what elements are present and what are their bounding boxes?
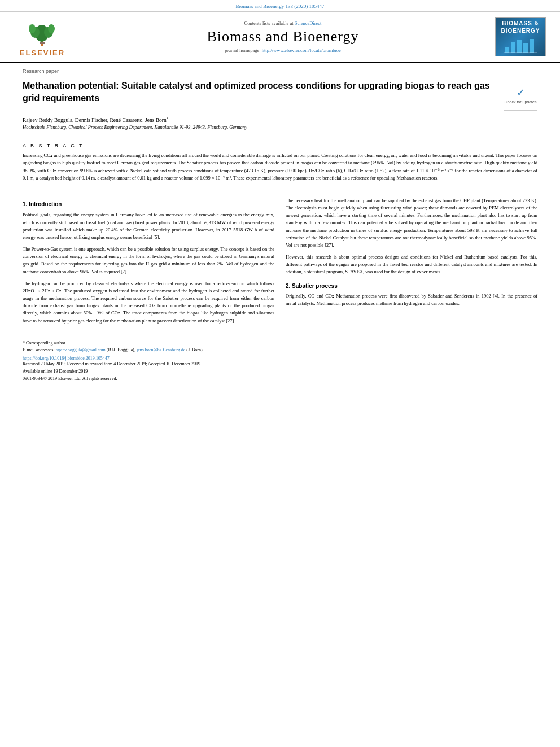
- journal-logo-text: BIOMASS & BIOENERGY: [501, 20, 540, 34]
- journal-logo-chart-icon: [504, 37, 537, 54]
- email-line: E-mail addresses: rajeev.boggula@gmail.c…: [23, 347, 537, 353]
- received-line: Received 29 May 2019; Received in revise…: [23, 361, 537, 375]
- svg-rect-10: [523, 43, 528, 53]
- journal-title-area: Contents lists available at ScienceDirec…: [73, 16, 492, 57]
- elsevier-wordmark: ELSEVIER: [20, 49, 65, 57]
- main-content: Research paper Methanation potential: Su…: [0, 63, 560, 383]
- email2-link[interactable]: jens.born@hs-flensburg.de: [137, 347, 185, 352]
- title-divider: [23, 136, 537, 136]
- email1-link[interactable]: rajeev.boggula@gmail.com: [56, 347, 106, 352]
- sciencedirect-link[interactable]: ScienceDirect: [295, 20, 322, 26]
- article-type-tag: Research paper: [23, 63, 537, 76]
- corresponding-star: *: [167, 116, 169, 121]
- check-updates-badge: ✓ Check for updates: [504, 80, 537, 111]
- journal-logo-area: BIOMASS & BIOENERGY: [492, 16, 549, 57]
- homepage-label: journal homepage:: [225, 47, 261, 53]
- svg-rect-8: [511, 42, 515, 53]
- check-updates-icon: ✓: [517, 86, 525, 99]
- sabatier-para: Originally, CO and CO₂ Methanation proce…: [286, 292, 537, 307]
- abstract-divider: [23, 189, 537, 189]
- svg-point-5: [48, 24, 55, 33]
- left-column: 1. Introduction Political goals, regardi…: [23, 197, 274, 329]
- journal-homepage: journal homepage: http://www.elsevier.co…: [225, 47, 341, 53]
- journal-header: ELSEVIER Contents lists available at Sci…: [0, 12, 560, 63]
- introduction-heading: 1. Introduction: [23, 200, 274, 209]
- corresponding-note: * Corresponding author.: [23, 340, 537, 347]
- elsevier-logo: ELSEVIER: [20, 16, 65, 57]
- check-updates-label: Check for updates: [505, 100, 537, 104]
- right-para-1: The necessary heat for the methanation p…: [286, 197, 537, 249]
- footer-section: * Corresponding author. E-mail addresses…: [23, 335, 537, 384]
- abstract-heading: A B S T R A C T: [23, 143, 537, 148]
- authors-text: Rajeev Reddy Boggula, Dennis Fischer, Re…: [23, 117, 167, 123]
- svg-rect-6: [40, 42, 45, 44]
- body-columns: 1. Introduction Political goals, regardi…: [23, 191, 537, 329]
- email1-ref: (R.R. Boggula),: [107, 347, 135, 352]
- right-column: The necessary heat for the methanation p…: [286, 197, 537, 329]
- corresponding-label: * Corresponding author.: [23, 340, 67, 346]
- elsevier-tree-icon: [27, 16, 58, 47]
- title-row: Methanation potential: Suitable catalyst…: [23, 76, 537, 113]
- doi-line[interactable]: https://doi.org/10.1016/j.biombioe.2019.…: [23, 356, 537, 361]
- sciencedirect-line: Contents lists available at ScienceDirec…: [244, 20, 322, 26]
- svg-rect-9: [517, 40, 522, 53]
- contents-label: Contents lists available at: [244, 20, 294, 26]
- email2-ref: (J. Born).: [186, 347, 203, 352]
- svg-rect-11: [530, 39, 534, 53]
- article-title: Methanation potential: Suitable catalyst…: [23, 80, 504, 104]
- authors-line: Rajeev Reddy Boggula, Dennis Fischer, Re…: [23, 113, 537, 124]
- svg-rect-7: [505, 47, 509, 53]
- affiliation-line: Hochschule Flensburg, Chemical Process E…: [23, 124, 537, 133]
- sabatier-heading: 2. Sabatier process: [286, 282, 537, 291]
- intro-para-3: The hydrogen can be produced by classica…: [23, 280, 274, 325]
- homepage-url[interactable]: http://www.elsevier.com/locate/biombioe: [262, 47, 341, 53]
- abstract-section: A B S T R A C T Increasing CO₂ and green…: [23, 138, 537, 186]
- journal-title: Biomass and Bioenergy: [207, 28, 359, 45]
- copyright-line: 0961-9534/© 2019 Elsevier Ltd. All right…: [23, 376, 537, 381]
- right-para-2: However, this research is about optimal …: [286, 254, 537, 276]
- intro-para-1: Political goals, regarding the energy sy…: [23, 211, 274, 241]
- elsevier-logo-area: ELSEVIER: [11, 16, 73, 57]
- email-label: E-mail addresses:: [23, 347, 55, 352]
- svg-point-4: [29, 24, 36, 33]
- journal-reference-text: Biomass and Bioenergy 133 (2020) 105447: [235, 3, 324, 9]
- intro-para-2: The Power-to-Gas system is one approach,…: [23, 246, 274, 276]
- journal-logo-box: BIOMASS & BIOENERGY: [495, 17, 546, 56]
- journal-reference-bar: Biomass and Bioenergy 133 (2020) 105447: [0, 0, 560, 12]
- abstract-text: Increasing CO₂ and greenhouse gas emissi…: [23, 152, 537, 182]
